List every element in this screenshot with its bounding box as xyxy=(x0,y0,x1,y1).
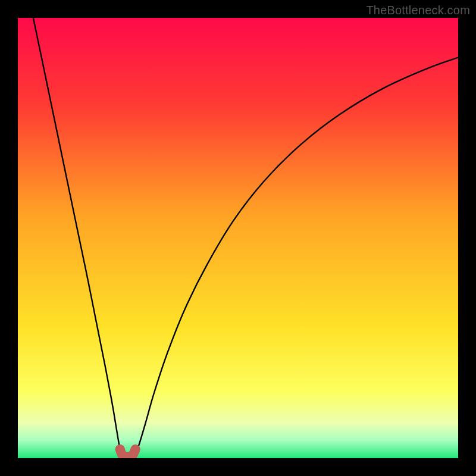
plot-area xyxy=(18,18,458,458)
chart-frame: TheBottleneck.com xyxy=(0,0,476,476)
chart-svg xyxy=(18,18,458,458)
watermark-text: TheBottleneck.com xyxy=(366,4,470,17)
trough-dot xyxy=(131,444,140,454)
